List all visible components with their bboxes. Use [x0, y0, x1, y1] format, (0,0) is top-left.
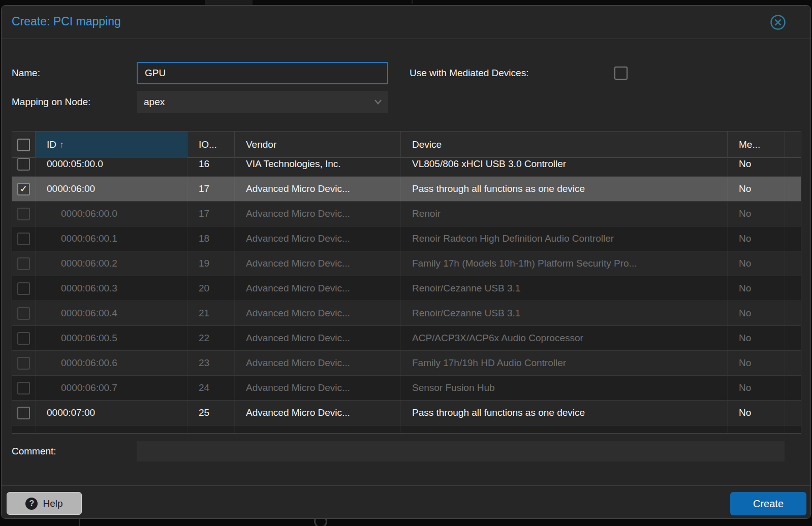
row-spacer-cell: [785, 376, 801, 400]
node-select[interactable]: apex: [137, 91, 388, 113]
table-row[interactable]: 0000:06:00.421Advanced Micro Devic...Ren…: [12, 301, 801, 326]
row-spacer-cell: [785, 177, 801, 201]
row-iommu-cell: 18: [188, 226, 235, 251]
column-header-id[interactable]: ID↑: [36, 132, 188, 158]
close-button[interactable]: [770, 14, 786, 30]
row-checkbox-cell: [12, 276, 36, 301]
row-checkbox-cell: [12, 158, 36, 176]
table-row[interactable]: 0000:06:00.724Advanced Micro Devic...Sen…: [12, 376, 801, 401]
column-header-device[interactable]: Device: [401, 132, 728, 158]
table-body: 0000:05:00.016VIA Technologies, Inc.VL80…: [12, 158, 801, 434]
mediated-devices-label: Use with Mediated Devices:: [410, 62, 528, 84]
row-mediated-cell: No: [728, 351, 785, 375]
row-id-cell: 0000:05:00.0: [36, 158, 188, 176]
row-id-cell: 0000:06:00.5: [36, 326, 188, 350]
row-spacer-cell: [188, 425, 235, 434]
row-checkbox[interactable]: [17, 208, 30, 220]
table-row[interactable]: 0000:07:0025Advanced Micro Devic...Pass …: [12, 401, 801, 425]
row-device-cell: Family 17h/19h HD Audio Controller: [401, 351, 728, 375]
row-vendor-cell: Advanced Micro Devic...: [235, 177, 401, 201]
row-device-cell: Family 17h (Models 10h-1fh) Platform Sec…: [401, 251, 728, 276]
row-id-cell: 0000:06:00.7: [36, 376, 188, 400]
table-row[interactable]: 0000:06:00.118Advanced Micro Devic...Ren…: [12, 226, 801, 251]
row-iommu-cell: 24: [188, 376, 235, 400]
footer-divider: [2, 485, 810, 486]
column-header-vendor[interactable]: Vendor: [235, 132, 401, 158]
comment-input[interactable]: [137, 441, 785, 462]
create-button[interactable]: Create: [730, 492, 806, 515]
row-iommu-cell: 17: [188, 177, 235, 201]
row-vendor-cell: Advanced Micro Devic...: [235, 276, 401, 301]
column-header-iommu[interactable]: IO...: [188, 132, 235, 158]
row-spacer-cell: [785, 202, 801, 226]
row-checkbox[interactable]: [17, 257, 30, 270]
chevron-down-icon: [374, 99, 382, 105]
row-id-cell: 0000:06:00.3: [36, 276, 188, 301]
help-button[interactable]: ? Help: [7, 492, 82, 515]
row-checkbox[interactable]: [17, 233, 30, 245]
row-checkbox[interactable]: [17, 282, 30, 295]
table-row[interactable]: 0000:06:00.320Advanced Micro Devic...Ren…: [12, 276, 801, 301]
row-checkbox-cell: [12, 351, 36, 375]
row-iommu-cell: 23: [188, 351, 235, 375]
table-row[interactable]: 0000:06:00.522Advanced Micro Devic...ACP…: [12, 326, 801, 351]
row-id-cell: 0000:06:00.4: [36, 301, 188, 325]
row-device-cell: Sensor Fusion Hub: [401, 376, 728, 400]
row-iommu-cell: 25: [188, 401, 235, 425]
row-spacer-cell: [785, 276, 801, 301]
background-divider: [412, 0, 413, 4]
name-input[interactable]: [137, 62, 388, 84]
row-id-cell: 0000:07:00: [36, 401, 188, 425]
select-all-header-cell[interactable]: [12, 132, 36, 158]
row-checkbox-cell: [12, 202, 36, 226]
row-id-cell: 0000:06:00.0: [36, 202, 188, 226]
pci-device-table: ID↑ IO... Vendor Device Me... 0000:05:00…: [12, 131, 801, 434]
table-header-row: ID↑ IO... Vendor Device Me...: [12, 132, 801, 158]
name-label: Name:: [12, 62, 40, 84]
background-tab: [205, 0, 253, 5]
row-vendor-cell: Advanced Micro Devic...: [235, 326, 401, 350]
row-checkbox[interactable]: [17, 382, 30, 394]
row-checkbox[interactable]: [17, 357, 30, 370]
row-device-cell: Renoir: [401, 202, 728, 226]
select-all-checkbox[interactable]: [17, 139, 30, 151]
row-checkbox-cell: [12, 177, 36, 201]
row-device-cell: Renoir Radeon High Definition Audio Cont…: [401, 226, 728, 251]
sort-ascending-icon: ↑: [56, 140, 64, 150]
row-vendor-cell: Advanced Micro Devic...: [235, 202, 401, 226]
question-circle-icon: ?: [25, 498, 38, 510]
row-checkbox[interactable]: [17, 183, 30, 195]
row-id-cell: 0000:06:00.1: [36, 226, 188, 251]
row-device-cell: Renoir/Cezanne USB 3.1: [401, 276, 728, 301]
row-vendor-cell: Advanced Micro Devic...: [235, 226, 401, 251]
row-device-cell: ACP/ACP3X/ACP6x Audio Coprocessor: [401, 326, 728, 350]
table-row[interactable]: 0000:06:00.623Advanced Micro Devic...Fam…: [12, 351, 801, 376]
row-vendor-cell: Advanced Micro Devic...: [235, 301, 401, 325]
row-mediated-cell: No: [728, 202, 785, 226]
help-button-label: Help: [43, 498, 63, 509]
row-checkbox[interactable]: [17, 158, 30, 171]
row-checkbox-cell: [12, 301, 36, 325]
column-header-mediated[interactable]: Me...: [728, 132, 785, 158]
table-row[interactable]: 0000:06:00.017Advanced Micro Devic...Ren…: [12, 202, 801, 226]
screen: Create: PCI mapping Name: Use with Media…: [0, 0, 812, 526]
mediated-devices-checkbox[interactable]: [614, 67, 628, 80]
table-row[interactable]: 0000:06:0017Advanced Micro Devic...Pass …: [12, 177, 801, 202]
dialog-title: Create: PCI mapping: [12, 15, 121, 28]
table-row[interactable]: 0000:05:00.016VIA Technologies, Inc.VL80…: [12, 158, 801, 177]
table-row[interactable]: 0000:06:00.219Advanced Micro Devic...Fam…: [12, 251, 801, 276]
row-iommu-cell: 16: [188, 158, 235, 176]
row-spacer-cell: [785, 326, 801, 350]
row-checkbox[interactable]: [17, 407, 30, 419]
row-id-cell: 0000:06:00.2: [36, 251, 188, 276]
row-spacer-cell: [235, 425, 401, 434]
row-mediated-cell: No: [728, 301, 785, 325]
row-checkbox[interactable]: [17, 307, 30, 320]
row-device-cell: Pass through all functions as one device: [401, 177, 728, 201]
row-spacer-cell: [785, 425, 801, 434]
row-checkbox-cell: [12, 326, 36, 350]
row-vendor-cell: Advanced Micro Devic...: [235, 251, 401, 276]
row-checkbox[interactable]: [17, 332, 30, 345]
row-vendor-cell: Advanced Micro Devic...: [235, 376, 401, 400]
row-mediated-cell: No: [728, 226, 785, 251]
